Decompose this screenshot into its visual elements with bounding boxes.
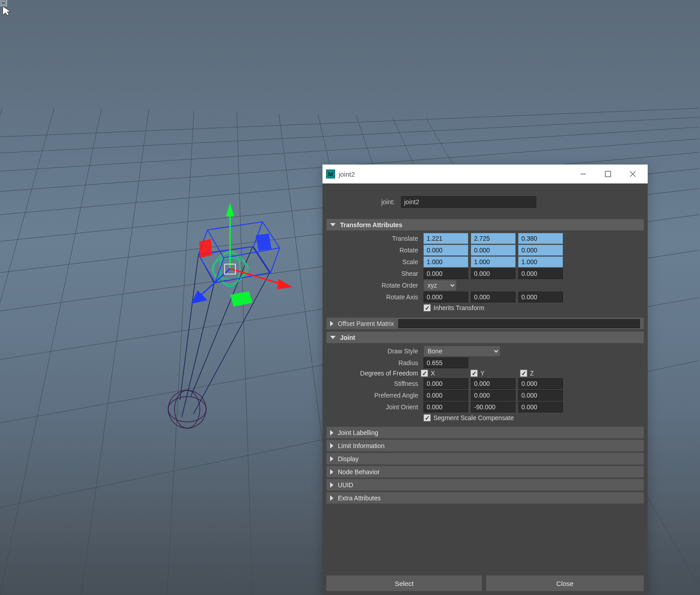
svg-point-32 [162, 384, 212, 435]
segment-scale-compensate-checkbox[interactable] [424, 414, 431, 421]
chevron-down-icon [330, 336, 336, 339]
window-minimize-button[interactable] [571, 165, 595, 183]
dof-x-label: X [431, 370, 435, 377]
shear-x-input[interactable] [424, 268, 468, 279]
dof-x-checkbox[interactable] [421, 370, 428, 377]
window-title: joint2 [339, 170, 571, 178]
section-limit-information-title: Limit Information [338, 442, 384, 449]
shear-z-input[interactable] [518, 268, 563, 279]
section-uuid-title: UUID [338, 481, 353, 489]
preferred-angle-x-input[interactable] [424, 390, 468, 401]
dof-z-label: Z [530, 370, 534, 377]
node-name-input[interactable] [401, 196, 536, 208]
shear-label: Shear [326, 270, 421, 277]
section-display-title: Display [338, 455, 359, 462]
chevron-right-icon [330, 456, 333, 462]
rotate-axis-z-input[interactable] [518, 292, 563, 302]
svg-line-12 [0, 108, 54, 595]
scale-y-input[interactable] [471, 256, 516, 267]
scale-z-input[interactable] [518, 256, 563, 267]
close-button[interactable]: Close [486, 575, 644, 591]
section-extra-attributes-header[interactable]: Extra Attributes [326, 492, 644, 504]
section-limit-information-header[interactable]: Limit Information [326, 439, 644, 452]
node-type-label: joint: [332, 198, 397, 206]
rotate-order-select[interactable]: xyz [424, 280, 456, 291]
radius-input[interactable] [424, 357, 468, 368]
svg-line-14 [81, 109, 149, 595]
section-extra-attributes-title: Extra Attributes [338, 494, 381, 502]
section-offset-parent-matrix[interactable]: Offset Parent Matrix [326, 317, 644, 330]
svg-line-16 [237, 112, 253, 595]
node-name-row: joint: [322, 183, 648, 218]
rotate-axis-x-input[interactable] [424, 292, 468, 302]
section-joint-header[interactable]: Joint [326, 331, 644, 343]
stiffness-z-input[interactable] [518, 378, 563, 389]
stiffness-y-input[interactable] [471, 378, 516, 389]
section-joint-labelling-header[interactable]: Joint Labelling [326, 426, 644, 439]
section-joint-title: Joint [340, 334, 355, 341]
dof-z-checkbox[interactable] [520, 370, 527, 377]
translate-y-input[interactable] [471, 233, 516, 244]
draw-style-select[interactable]: Bone [424, 346, 500, 357]
chevron-right-icon [330, 430, 333, 435]
stiffness-label: Stiffness [326, 380, 421, 387]
rotate-label: Rotate [326, 247, 421, 254]
window-close-button[interactable] [620, 165, 645, 183]
translate-z-input[interactable] [518, 233, 563, 244]
svg-line-28 [193, 273, 270, 414]
joint-orient-x-input[interactable] [424, 402, 468, 412]
svg-line-38 [271, 248, 280, 273]
shear-y-input[interactable] [471, 268, 516, 279]
preferred-angle-z-input[interactable] [518, 390, 563, 401]
joint-orient-z-input[interactable] [518, 402, 563, 412]
svg-line-1 [0, 117, 699, 162]
preferred-angle-label: Preferred Angle [326, 392, 421, 399]
window-titlebar[interactable]: M joint2 [322, 165, 648, 183]
section-node-behavior-header[interactable]: Node Behavior [326, 466, 644, 478]
segment-scale-compensate-label: Segment Scale Compensate [433, 414, 514, 421]
chevron-right-icon [330, 469, 333, 475]
chevron-right-icon [330, 443, 333, 449]
svg-point-30 [168, 397, 206, 422]
rotate-axis-y-input[interactable] [471, 292, 516, 302]
radius-label: Radius [326, 359, 421, 366]
dof-label: Degrees of Freedom [326, 370, 421, 377]
rotate-axis-label: Rotate Axis [326, 293, 421, 301]
svg-marker-41 [226, 203, 234, 216]
section-transform-title: Transform Attributes [340, 221, 402, 229]
section-uuid-header[interactable]: UUID [326, 479, 644, 491]
draw-style-label: Draw Style [326, 348, 421, 355]
rotate-y-input[interactable] [471, 245, 516, 256]
preferred-angle-y-input[interactable] [471, 390, 516, 401]
axis-y-icon [226, 203, 234, 269]
select-button[interactable]: Select [326, 575, 482, 591]
plane-handle-yz-icon [199, 239, 212, 258]
app-icon: M [326, 169, 335, 178]
offset-parent-matrix-label: Offset Parent Matrix [338, 320, 394, 327]
inherits-transform-label: Inherits Transform [433, 304, 484, 311]
svg-line-15 [167, 110, 194, 595]
section-transform-header[interactable]: Transform Attributes [326, 219, 644, 231]
section-display-header[interactable]: Display [326, 453, 644, 465]
scale-x-input[interactable] [424, 256, 468, 267]
svg-line-0 [0, 108, 699, 144]
dialog-button-bar: Select Close [322, 572, 648, 595]
plane-handle-xz-icon [256, 233, 272, 251]
inherits-transform-checkbox[interactable] [424, 304, 431, 311]
svg-line-11 [0, 108, 2, 595]
chevron-right-icon [330, 482, 333, 488]
offset-parent-matrix-field[interactable] [398, 319, 640, 328]
rotate-x-input[interactable] [424, 245, 468, 256]
window-maximize-button[interactable] [595, 165, 620, 183]
attribute-editor-window: M joint2 joint: Transform Attributes Tra… [322, 165, 648, 595]
svg-line-26 [180, 254, 198, 400]
rotate-z-input[interactable] [518, 245, 563, 256]
chevron-right-icon [330, 321, 333, 326]
stiffness-x-input[interactable] [424, 378, 468, 389]
joint-orient-y-input[interactable] [471, 402, 516, 412]
chevron-down-icon [330, 223, 336, 226]
svg-marker-43 [277, 279, 292, 289]
chevron-right-icon [330, 495, 333, 501]
dof-y-checkbox[interactable] [470, 370, 478, 377]
translate-x-input[interactable] [424, 233, 468, 244]
